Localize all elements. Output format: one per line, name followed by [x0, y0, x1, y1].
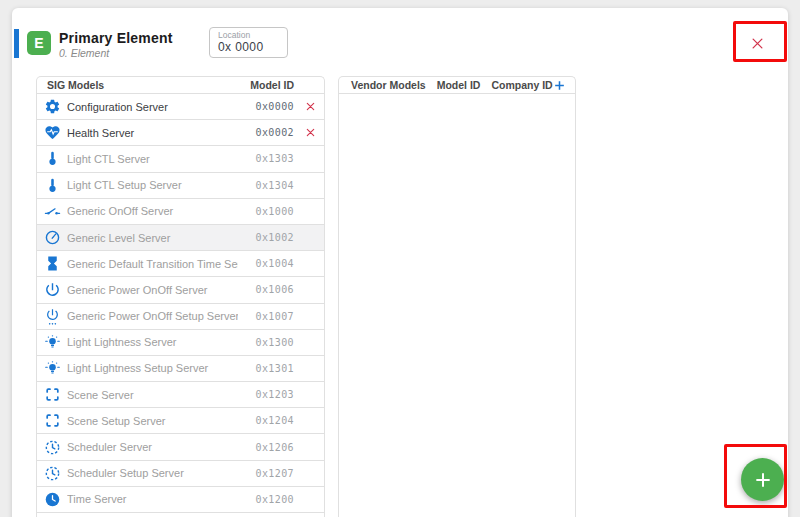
scheduler-icon	[43, 464, 61, 482]
delete-placeholder	[294, 152, 316, 166]
delete-placeholder	[294, 361, 316, 375]
model-name-label: Scheduler Server	[67, 441, 238, 453]
sig-models-table-header: SIG Models Model ID	[37, 77, 324, 94]
sig-model-list: Configuration Server0x0000Health Server0…	[37, 94, 324, 513]
delete-placeholder	[294, 283, 316, 297]
model-name-label: Scene Setup Server	[67, 415, 238, 427]
model-name-label: Health Server	[67, 127, 238, 139]
vendor-models-table: Vendor Models Model ID Company ID	[338, 76, 576, 517]
vendor-models-table-header: Vendor Models Model ID Company ID	[339, 77, 575, 94]
location-field[interactable]: Location 0x 0000	[209, 27, 288, 58]
model-id-value: 0x1200	[238, 494, 294, 505]
table-row[interactable]: Light Lightness Setup Server0x1301	[37, 356, 324, 382]
table-row[interactable]: Light CTL Server0x1303	[37, 146, 324, 172]
sig-models-table: SIG Models Model ID Configuration Server…	[36, 76, 325, 517]
model-name-label: Light Lightness Server	[67, 336, 238, 348]
table-row[interactable]: Scene Setup Server0x1204	[37, 408, 324, 434]
page-title: Primary Element	[59, 30, 173, 46]
element-card: E Primary Element 0. Element Location 0x…	[12, 8, 788, 517]
model-id-value: 0x1303	[238, 153, 294, 164]
gear-icon	[43, 98, 61, 116]
table-row[interactable]: Generic OnOff Server0x1000	[37, 199, 324, 225]
scheduler-icon	[43, 438, 61, 456]
table-row[interactable]: Scheduler Server0x1206	[37, 434, 324, 460]
gauge-icon	[43, 229, 61, 247]
model-id-value: 0x0002	[238, 127, 294, 138]
model-name-label: Light Lightness Setup Server	[67, 362, 238, 374]
page-subtitle: 0. Element	[59, 47, 173, 59]
delete-placeholder	[294, 257, 316, 271]
model-id-value: 0x0000	[238, 101, 294, 112]
model-name-label: Scene Server	[67, 389, 238, 401]
thermometer-icon	[43, 150, 61, 168]
model-name-label: Light CTL Server	[67, 153, 238, 165]
delete-placeholder	[294, 492, 316, 506]
model-id-value: 0x1006	[238, 284, 294, 295]
table-row[interactable]: Generic Power OnOff Server0x1006	[37, 277, 324, 303]
table-row[interactable]: Health Server0x0002	[37, 120, 324, 146]
accent-bar	[14, 29, 19, 58]
vendor-model-id-header-label: Model ID	[437, 79, 481, 91]
model-id-value: 0x1204	[238, 415, 294, 426]
model-id-value: 0x1000	[238, 206, 294, 217]
element-header: Primary Element 0. Element	[59, 30, 173, 59]
model-name-label: Light CTL Setup Server	[67, 179, 238, 191]
model-id-value: 0x1007	[238, 311, 294, 322]
add-vendor-model-icon[interactable]	[553, 79, 566, 92]
table-row[interactable]: Scene Server0x1203	[37, 382, 324, 408]
power-setup-icon	[43, 307, 61, 325]
location-value: 0x 0000	[218, 40, 279, 54]
model-id-value: 0x1004	[238, 258, 294, 269]
table-row[interactable]: Light Lightness Server0x1300	[37, 330, 324, 356]
delete-model-icon[interactable]	[294, 100, 316, 114]
model-id-header-label: Model ID	[238, 79, 294, 91]
sig-models-header-label: SIG Models	[47, 79, 104, 91]
vendor-company-id-header-label: Company ID	[491, 79, 552, 91]
delete-placeholder	[294, 414, 316, 428]
model-name-label: Generic Power OnOff Setup Server	[67, 310, 238, 322]
switch-icon	[43, 202, 61, 220]
delete-placeholder	[294, 204, 316, 218]
table-row[interactable]: Scheduler Setup Server0x1207	[37, 461, 324, 487]
power-icon	[43, 281, 61, 299]
plus-icon	[753, 470, 773, 490]
model-name-label: Time Server	[67, 493, 238, 505]
delete-placeholder	[294, 466, 316, 480]
table-row[interactable]: Time Server0x1200	[37, 487, 324, 513]
model-id-value: 0x1207	[238, 468, 294, 479]
lightbulb-icon	[43, 359, 61, 377]
model-name-label: Generic Level Server	[67, 232, 238, 244]
scene-icon	[43, 412, 61, 430]
model-name-label: Generic OnOff Server	[67, 205, 238, 217]
delete-placeholder	[294, 440, 316, 454]
delete-placeholder	[294, 335, 316, 349]
add-model-button[interactable]	[741, 458, 784, 501]
delete-placeholder	[294, 388, 316, 402]
model-id-value: 0x1002	[238, 232, 294, 243]
scene-icon	[43, 386, 61, 404]
delete-placeholder	[294, 309, 316, 323]
delete-model-icon[interactable]	[294, 126, 316, 140]
element-badge: E	[27, 31, 51, 55]
model-id-value: 0x1206	[238, 442, 294, 453]
thermometer-icon	[43, 176, 61, 194]
delete-placeholder	[294, 231, 316, 245]
table-row[interactable]: Generic Default Transition Time Server0x…	[37, 251, 324, 277]
model-id-value: 0x1304	[238, 180, 294, 191]
heart-pulse-icon	[43, 124, 61, 142]
model-name-label: Configuration Server	[67, 101, 238, 113]
table-row[interactable]: Generic Level Server0x1002	[37, 225, 324, 251]
table-row[interactable]: Light CTL Setup Server0x1304	[37, 173, 324, 199]
vendor-models-header-label: Vendor Models	[351, 79, 426, 91]
clock-icon	[43, 490, 61, 508]
table-row[interactable]: Generic Power OnOff Setup Server0x1007	[37, 304, 324, 330]
location-label: Location	[218, 30, 279, 40]
model-id-value: 0x1301	[238, 363, 294, 374]
delete-placeholder	[294, 178, 316, 192]
model-name-label: Generic Power OnOff Server	[67, 284, 238, 296]
model-name-label: Generic Default Transition Time Server	[67, 258, 238, 270]
model-id-value: 0x1203	[238, 389, 294, 400]
lightbulb-icon	[43, 333, 61, 351]
close-icon[interactable]	[748, 34, 766, 52]
table-row[interactable]: Configuration Server0x0000	[37, 94, 324, 120]
